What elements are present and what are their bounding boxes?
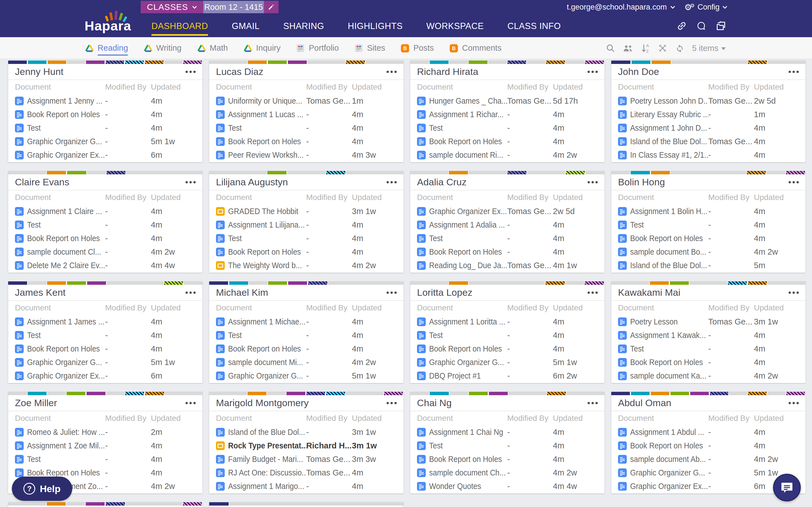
doc-row[interactable]: Test-4m	[15, 452, 196, 466]
doc-row[interactable]: Graphic Organizer Ex...-6m	[15, 369, 196, 383]
doc-row[interactable]: Book Report on Holes-4m	[417, 342, 598, 355]
doc-row[interactable]: Family Budget - Mari...Tomas Ge...3m 3w	[216, 452, 397, 466]
doc-row[interactable]: Island of the Blue Dol...Tomas Ge...4m	[618, 135, 799, 148]
doc-row[interactable]: Assignment 1 Chai Ng-4m	[417, 425, 598, 439]
items-count-dropdown[interactable]: 5 items	[692, 44, 726, 53]
doc-row[interactable]: Island of the Blue Dol...-5m	[618, 259, 799, 272]
smart-share-link-icon[interactable]	[676, 20, 687, 31]
card-menu-button[interactable]	[387, 179, 397, 185]
card-menu-button[interactable]	[387, 400, 397, 406]
doc-row[interactable]: sample document Ka...-4m 2w	[618, 369, 799, 383]
doc-row[interactable]: Test-4m	[618, 342, 799, 355]
doc-row[interactable]: Uniformity or Unique...Tomas Ge...1m	[216, 94, 397, 108]
doc-row[interactable]: sample document Ch...-4m 2w	[417, 466, 598, 480]
chat-widget-button[interactable]	[773, 474, 801, 501]
card-menu-button[interactable]	[789, 290, 799, 295]
card-menu-button[interactable]	[588, 290, 598, 295]
doc-row[interactable]: Test-4m	[417, 231, 598, 245]
doc-row[interactable]: Assignment 1 Lilijana...-4m	[216, 218, 397, 231]
nav-sharing[interactable]: SHARING	[283, 22, 324, 31]
doc-row[interactable]: Book Report on Holes-4m	[15, 231, 196, 245]
doc-row[interactable]: Test-4m	[15, 218, 196, 231]
doc-row[interactable]: Book Report on Holes-4m	[417, 135, 598, 148]
doc-row[interactable]: Assignment 1 Jenny ...-4m	[15, 94, 196, 108]
card-menu-button[interactable]	[588, 179, 598, 185]
card-menu-button[interactable]	[789, 69, 799, 75]
doc-row[interactable]: Graphic Organizer Ex...-6m	[618, 480, 799, 493]
sort-az-icon[interactable]: AZ	[641, 43, 650, 53]
doc-row[interactable]: Peer Review Worksh...-4m 3w	[216, 148, 397, 162]
doc-row[interactable]: Rock Type Presentat...Richard H...3m 1w	[216, 439, 397, 452]
doc-row[interactable]: Graphic Organizer G...-5m 1w	[417, 355, 598, 369]
doc-row[interactable]: Book Report on Holes-4m	[15, 342, 196, 355]
search-icon[interactable]	[606, 43, 615, 53]
nav-dashboard[interactable]: DASHBOARD	[151, 22, 208, 31]
card-menu-button[interactable]	[387, 69, 397, 75]
tab-reading[interactable]: Reading	[85, 44, 128, 52]
doc-row[interactable]: GRADED The Hobbit-3m 1w	[216, 205, 397, 218]
nav-class-info[interactable]: CLASS INFO	[507, 22, 561, 31]
card-menu-button[interactable]	[186, 400, 196, 406]
expand-icon[interactable]	[658, 43, 667, 53]
doc-row[interactable]: Book Report on Holes-4m	[417, 452, 598, 466]
doc-row[interactable]: Test-4m	[618, 218, 799, 231]
doc-row[interactable]: Graphic Organizer Ex...-6m	[15, 148, 196, 162]
doc-row[interactable]: RJ Act One: Discussio...Tomas Ge...4m	[216, 466, 397, 480]
doc-row[interactable]: Test-4m	[15, 121, 196, 135]
students-icon[interactable]	[623, 43, 633, 53]
nav-gmail[interactable]: GMAIL	[232, 22, 260, 31]
share-folder-icon[interactable]	[715, 20, 726, 32]
doc-row[interactable]: sample document Ri...-4m 2w	[417, 148, 598, 162]
card-menu-button[interactable]	[588, 69, 598, 75]
doc-row[interactable]: Graphic Organizer G...-5m 1w	[618, 466, 799, 480]
doc-row[interactable]: DBQ Project #1-6m 2w	[417, 369, 598, 383]
doc-row[interactable]: sample document Ab...-4m 2w	[618, 452, 799, 466]
card-menu-button[interactable]	[186, 179, 196, 185]
card-menu-button[interactable]	[789, 179, 799, 185]
doc-row[interactable]: Poetry Lesson John D...Tomas Ge...2w 5d	[618, 94, 799, 108]
doc-row[interactable]: Test-4m	[15, 328, 196, 342]
doc-row[interactable]: Assignment 1 Claire ...-4m	[15, 205, 196, 218]
tab-writing[interactable]: Writing	[144, 44, 182, 52]
card-menu-button[interactable]	[588, 400, 598, 406]
doc-row[interactable]: In Class Essay #1, 2/1...-4m	[618, 148, 799, 162]
doc-row[interactable]: Book Report on Holes-4m	[618, 355, 799, 369]
card-menu-button[interactable]	[186, 290, 196, 295]
doc-row[interactable]: Book Report on Holes-4m	[15, 108, 196, 121]
doc-row[interactable]: Assignment 1 Bolin H...-4m	[618, 205, 799, 218]
doc-row[interactable]: Literary Essay Rubric ...-1m	[618, 108, 799, 121]
doc-row[interactable]: Poetry LessonTomas Ge...3m 1w	[618, 315, 799, 328]
edit-room-button[interactable]	[264, 1, 278, 13]
doc-row[interactable]: sample document Mi...-4m 2w	[216, 355, 397, 369]
card-menu-button[interactable]	[387, 290, 397, 295]
doc-row[interactable]: Book Report on Holes-4m	[618, 231, 799, 245]
doc-row[interactable]: Reading Log_ Due Ja...Tomas Ge...4m 1w	[417, 259, 598, 272]
tab-sites[interactable]: Sites	[355, 44, 385, 52]
doc-row[interactable]: Graphic Organizer G...-5m 1w	[15, 135, 196, 148]
doc-row[interactable]: Book Report on Holes-4m	[216, 342, 397, 355]
doc-row[interactable]: Test-4m	[216, 328, 397, 342]
doc-row[interactable]: sample document Cl...-4m 2w	[15, 245, 196, 259]
card-menu-button[interactable]	[186, 69, 196, 75]
doc-row[interactable]: Assignment 1 Zoe Mil...-4m	[15, 439, 196, 452]
tab-comments[interactable]: BComments	[450, 44, 502, 52]
doc-row[interactable]: Test-4m	[216, 231, 397, 245]
doc-row[interactable]: Assignment 1 Kawak...-4m	[618, 328, 799, 342]
doc-row[interactable]: Graphic Organizer G...-5m 1w	[15, 355, 196, 369]
doc-row[interactable]: Test-4m	[417, 121, 598, 135]
doc-row[interactable]: Assignment 1 James ...-4m	[15, 315, 196, 328]
doc-row[interactable]: Assignment 1 Lucas ...-4m	[216, 108, 397, 121]
doc-row[interactable]: The Weighty Word b...-4m 2w	[216, 259, 397, 272]
config-menu[interactable]: ⚙⚙ Config	[679, 3, 727, 11]
doc-row[interactable]: Test-4m	[417, 328, 598, 342]
doc-row[interactable]: Assignment 1 Abdul ...-4m	[618, 425, 799, 439]
doc-row[interactable]: Test-4m	[417, 439, 598, 452]
doc-row[interactable]: Assignment 1 Michae...-4m	[216, 315, 397, 328]
doc-row[interactable]: Graphic Organizer Ex...Tomas Ge...2w 5d	[417, 205, 598, 218]
doc-row[interactable]: Graphic Organizer G...-5m 1w	[216, 369, 397, 383]
doc-row[interactable]: Assignment 1 Marigo...-4m	[216, 480, 397, 493]
doc-row[interactable]: Test-4m	[216, 121, 397, 135]
refresh-icon[interactable]	[675, 43, 684, 53]
doc-row[interactable]: Book Report on Holes-4m	[216, 135, 397, 148]
tab-portfolio[interactable]: Portfolio	[296, 44, 339, 52]
